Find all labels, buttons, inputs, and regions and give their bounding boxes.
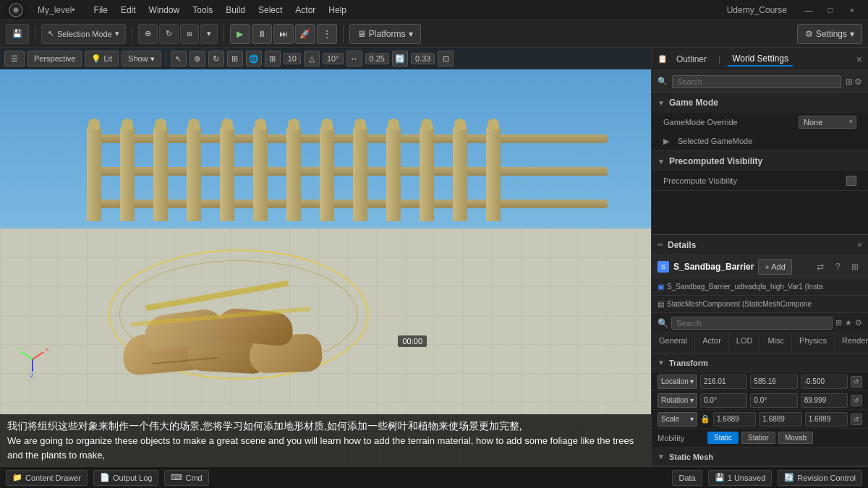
- output-log-btn[interactable]: 📄 Output Log: [93, 470, 158, 486]
- play-btn[interactable]: ▶: [230, 24, 250, 44]
- translate-tool[interactable]: ⊕: [190, 51, 205, 67]
- details-search-input[interactable]: [671, 317, 833, 330]
- hamburger-menu[interactable]: ☰: [4, 51, 25, 67]
- more-options-btn[interactable]: ⊞: [848, 260, 862, 274]
- skip-btn[interactable]: ⏭: [273, 24, 294, 44]
- mobility-stationary-btn[interactable]: Statior: [741, 432, 775, 444]
- help-btn[interactable]: ?: [830, 260, 845, 274]
- location-dropdown[interactable]: Location ▾: [658, 374, 697, 389]
- scale-lock-icon[interactable]: 🔒: [700, 414, 710, 424]
- menu-file[interactable]: File: [88, 4, 114, 17]
- output-log-icon: 📄: [100, 473, 110, 482]
- screen-tool[interactable]: 🌐: [246, 51, 262, 67]
- rotation-x-value[interactable]: 0.0°: [700, 393, 747, 408]
- content-drawer-btn[interactable]: 📁 Content Drawer: [6, 470, 88, 486]
- panel-close-btn[interactable]: ×: [856, 53, 862, 65]
- location-reset-btn[interactable]: ↺: [851, 376, 862, 388]
- gamemode-override-dropdown[interactable]: None ▾: [799, 116, 856, 129]
- mobility-static-btn[interactable]: Static: [707, 432, 739, 444]
- show-btn[interactable]: Show ▾: [122, 51, 161, 67]
- menu-window[interactable]: Window: [143, 4, 186, 17]
- tab-physics[interactable]: Physics: [792, 333, 835, 353]
- scale-btn[interactable]: ⊞: [180, 24, 199, 44]
- location-x-value[interactable]: 216.01: [700, 374, 747, 389]
- save-btn[interactable]: 💾: [6, 24, 29, 44]
- rotate-btn[interactable]: ↻: [159, 24, 179, 44]
- window-controls: — □ ×: [799, 3, 862, 17]
- settings-btn[interactable]: ⚙ Settings ▾: [797, 24, 862, 44]
- unsaved-btn[interactable]: 💾 1 Unsaved: [708, 470, 773, 486]
- details-close-btn[interactable]: ×: [857, 240, 862, 250]
- select-tool[interactable]: ↖: [171, 51, 187, 67]
- main-content: ☰ Perspective 💡 Lit Show ▾ ↖ ⊕ ↻ ⊞ 🌐 ⊞ 1…: [0, 48, 868, 466]
- rotation-y-value[interactable]: 0.0°: [750, 393, 797, 408]
- post-cap: [488, 119, 499, 130]
- menu-build[interactable]: Build: [220, 4, 251, 17]
- scale-x-value[interactable]: 1.6889: [713, 412, 756, 427]
- mobility-movable-btn[interactable]: Movab: [778, 432, 813, 444]
- data-btn[interactable]: Data: [672, 470, 702, 486]
- tab-general[interactable]: General: [652, 333, 695, 353]
- menu-edit[interactable]: Edit: [115, 4, 142, 17]
- angle-icon[interactable]: △: [304, 51, 320, 67]
- rotation-z-value[interactable]: 89.999: [801, 393, 848, 408]
- static-mesh-section-header[interactable]: ▼ Static Mesh: [652, 448, 868, 466]
- fence-post-12: [486, 127, 501, 221]
- sync-btn[interactable]: ⇄: [813, 260, 827, 274]
- scale-z-value[interactable]: 1.6889: [805, 412, 848, 427]
- precompute-visibility-checkbox[interactable]: [846, 176, 856, 186]
- transform-section-header[interactable]: ▼ Transform: [652, 354, 868, 372]
- platforms-btn[interactable]: 🖥 Platforms ▾: [349, 24, 421, 44]
- scale-dropdown[interactable]: Scale ▾: [658, 412, 697, 427]
- details-star-btn[interactable]: ★: [845, 318, 852, 328]
- selected-gamemode-label[interactable]: Selected GameMode: [678, 137, 856, 145]
- more-btn[interactable]: ⋮: [317, 24, 337, 44]
- scale-y-value[interactable]: 1.6889: [759, 412, 801, 427]
- tab-lod[interactable]: LOD: [729, 333, 761, 353]
- launch-btn[interactable]: 🚀: [295, 24, 315, 44]
- menu-actor[interactable]: Actor: [289, 4, 321, 17]
- revision-control-btn[interactable]: 🔄 Revision Control: [778, 470, 862, 486]
- maximize-btn[interactable]: □: [820, 3, 841, 17]
- fit-icon[interactable]: ⊡: [438, 51, 454, 67]
- world-settings-tab[interactable]: World Settings: [728, 52, 793, 67]
- instance-name[interactable]: S_Sandbag_Barrier_udtvadqfa_high_Var1 (I…: [667, 283, 823, 291]
- minimize-btn[interactable]: —: [799, 3, 819, 17]
- details-settings-btn[interactable]: ⚙: [855, 318, 862, 328]
- pause-btn[interactable]: ⏸: [252, 24, 272, 44]
- menu-tools[interactable]: Tools: [187, 4, 218, 17]
- tab-rendering[interactable]: Rendering: [835, 333, 868, 353]
- arrows-icon[interactable]: ↔: [346, 51, 362, 67]
- scale-row: Scale ▾ 🔒 1.6889 1.6889 1.6889 ↺: [652, 410, 868, 429]
- transform-dropdown[interactable]: ▾: [200, 24, 218, 44]
- cmd-btn[interactable]: ⌨ Cmd: [164, 470, 208, 486]
- viewport[interactable]: ☰ Perspective 💡 Lit Show ▾ ↖ ⊕ ↻ ⊞ 🌐 ⊞ 1…: [0, 48, 651, 466]
- details-grid-btn[interactable]: ⊞: [835, 318, 842, 328]
- perspective-btn[interactable]: Perspective: [27, 51, 82, 67]
- location-y-value[interactable]: 585.16: [750, 374, 797, 389]
- lit-btn[interactable]: 💡 Lit: [85, 51, 119, 67]
- scale-reset-btn[interactable]: ↺: [851, 414, 862, 425]
- grid-tool[interactable]: ⊞: [265, 51, 281, 67]
- instance-sub[interactable]: StaticMeshComponent (StaticMeshCompone: [667, 300, 812, 308]
- add-component-btn[interactable]: + Add: [758, 259, 791, 275]
- filter-btn[interactable]: ⚙: [854, 77, 862, 87]
- close-btn[interactable]: ×: [842, 3, 862, 17]
- scale-tool[interactable]: ⊞: [227, 51, 243, 67]
- selection-mode-btn[interactable]: ↖ Selection Mode ▾: [41, 24, 126, 44]
- rotate-snap-icon[interactable]: 🔄: [392, 51, 408, 67]
- translate-btn[interactable]: ⊕: [138, 24, 158, 44]
- menu-select[interactable]: Select: [252, 4, 288, 17]
- precomputed-visibility-header[interactable]: ▼ Precomputed Visibility: [652, 151, 868, 171]
- grid-view-btn[interactable]: ⊞: [846, 77, 853, 87]
- rotation-reset-btn[interactable]: ↺: [851, 395, 862, 406]
- game-mode-header[interactable]: ▼ Game Mode: [652, 93, 868, 113]
- tab-misc[interactable]: Misc: [760, 333, 792, 353]
- rotation-dropdown[interactable]: Rotation ▾: [658, 393, 697, 408]
- outliner-tab[interactable]: Outliner: [672, 53, 711, 66]
- menu-help[interactable]: Help: [323, 4, 352, 17]
- rotate-tool[interactable]: ↻: [208, 51, 224, 67]
- outliner-search-input[interactable]: [672, 75, 841, 88]
- location-z-value[interactable]: -0.500: [801, 374, 848, 389]
- tab-actor[interactable]: Actor: [695, 333, 729, 353]
